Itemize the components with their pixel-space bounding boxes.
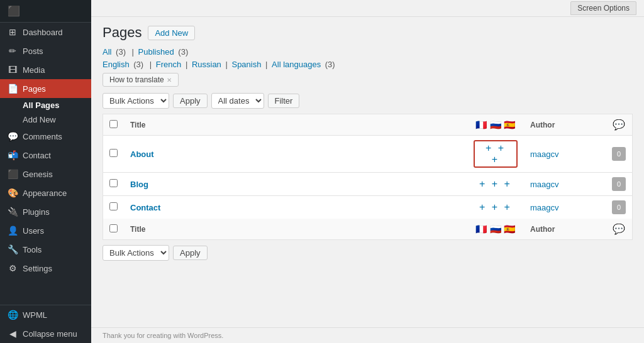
comment-cell-blog: 0 bbox=[606, 173, 633, 196]
author-link-about[interactable]: maagcv bbox=[530, 150, 559, 159]
footer-comment-col: 💬 bbox=[606, 219, 633, 240]
sidebar-item-collapse[interactable]: ◀ Collapse menu bbox=[0, 324, 91, 343]
spanish-flag-footer: 🇪🇸 bbox=[504, 224, 516, 234]
contact-icon: 📬 bbox=[8, 150, 18, 160]
author-link-blog[interactable]: maagcv bbox=[530, 180, 559, 189]
comment-bubble-footer-icon: 💬 bbox=[613, 224, 625, 234]
plus-icons-about[interactable]: + + + bbox=[474, 140, 518, 168]
apply-button-bottom[interactable]: Apply bbox=[173, 246, 208, 260]
comment-cell-contact: 0 bbox=[606, 196, 633, 219]
sidebar-item-label: Media bbox=[23, 65, 45, 75]
checkbox-about[interactable] bbox=[109, 149, 118, 157]
sidebar-item-wpml[interactable]: 🌐 WPML bbox=[0, 305, 91, 324]
sidebar-sub-item-add-new[interactable]: Add New bbox=[0, 112, 91, 127]
page-title-row: Pages Add New bbox=[103, 24, 633, 41]
apply-button-top[interactable]: Apply bbox=[173, 94, 208, 108]
all-filter-link[interactable]: All bbox=[103, 47, 111, 57]
table-body: About+ + +maagcv0Blog+ + +maagcv0Contact… bbox=[103, 136, 633, 219]
flags-cell-about: + + + bbox=[467, 136, 524, 173]
footer-title-col: Title bbox=[124, 219, 467, 240]
footer-text: Thank you for creating with WordPress. bbox=[103, 332, 223, 339]
sidebar-item-contact[interactable]: 📬 Contact bbox=[0, 146, 91, 165]
title-cell-contact: Contact bbox=[124, 196, 467, 219]
french-flag-footer: 🇫🇷 bbox=[475, 224, 487, 234]
sidebar-item-label: Tools bbox=[23, 245, 42, 254]
dates-select[interactable]: All dates bbox=[211, 93, 264, 109]
select-all-checkbox-top[interactable] bbox=[109, 120, 118, 128]
comment-count-blog: 0 bbox=[612, 177, 626, 191]
sidebar-item-settings[interactable]: ⚙ Settings bbox=[0, 259, 91, 278]
table-footer-row: Title 🇫🇷 🇷🇺 🇪🇸 Author 💬 bbox=[103, 219, 633, 240]
main-content: Screen Options Pages Add New All (3) | P… bbox=[91, 0, 644, 343]
author-cell-contact: maagcv bbox=[524, 196, 606, 219]
settings-icon: ⚙ bbox=[8, 263, 18, 273]
sidebar-item-pages[interactable]: 📄 Pages bbox=[0, 79, 91, 98]
plus-icons-blog[interactable]: + + + bbox=[479, 178, 512, 189]
comment-bubble-icon: 💬 bbox=[613, 119, 625, 130]
sidebar-sub-item-all-pages[interactable]: All Pages bbox=[0, 98, 91, 112]
add-new-button[interactable]: Add New bbox=[148, 26, 195, 40]
translate-btn-label: How to translate bbox=[109, 75, 164, 84]
sidebar: ⬛ ⊞ Dashboard ✏ Posts 🎞 Media 📄 Pages Al… bbox=[0, 0, 91, 343]
sidebar-item-comments[interactable]: 💬 Comments bbox=[0, 127, 91, 146]
sidebar-item-dashboard[interactable]: ⊞ Dashboard bbox=[0, 23, 91, 41]
sidebar-item-label: Dashboard bbox=[23, 28, 63, 37]
russian-filter-link[interactable]: Russian bbox=[192, 60, 221, 69]
screen-options-button[interactable]: Screen Options bbox=[570, 1, 636, 15]
header-author-col: Author bbox=[524, 114, 606, 136]
sidebar-item-label: Appearance bbox=[23, 188, 67, 198]
sidebar-sub-label: Add New bbox=[23, 115, 56, 124]
plus-icons-contact[interactable]: + + + bbox=[479, 202, 512, 212]
sidebar-item-plugins[interactable]: 🔌 Plugins bbox=[0, 202, 91, 221]
author-cell-about: maagcv bbox=[524, 136, 606, 173]
sidebar-item-posts[interactable]: ✏ Posts bbox=[0, 41, 91, 60]
table-row: Contact+ + +maagcv0 bbox=[103, 196, 633, 219]
bottom-toolbar: Bulk Actions Apply bbox=[103, 245, 633, 261]
comments-icon: 💬 bbox=[8, 131, 18, 141]
select-all-checkbox-bottom[interactable] bbox=[109, 224, 118, 232]
collapse-icon: ◀ bbox=[8, 329, 18, 339]
filter-button[interactable]: Filter bbox=[268, 94, 300, 108]
page-title-link-blog[interactable]: Blog bbox=[130, 180, 148, 189]
wpml-icon: 🌐 bbox=[8, 310, 18, 320]
sidebar-item-users[interactable]: 👤 Users bbox=[0, 221, 91, 240]
title-col-label: Title bbox=[130, 121, 145, 129]
comment-cell-about: 0 bbox=[606, 136, 633, 173]
comment-count-contact: 0 bbox=[612, 200, 626, 214]
sidebar-item-label: WPML bbox=[23, 310, 47, 320]
flags-cell-contact: + + + bbox=[467, 196, 524, 219]
all-languages-filter-link[interactable]: All languages bbox=[272, 60, 321, 69]
language-filter-links: English (3) | French | Russian | Spanish… bbox=[103, 60, 633, 69]
russian-flag-footer: 🇷🇺 bbox=[490, 224, 502, 234]
how-to-translate-button[interactable]: How to translate ✕ bbox=[103, 73, 179, 87]
page-title: Pages bbox=[103, 24, 142, 41]
published-filter-link[interactable]: Published bbox=[138, 47, 174, 57]
footer-author-label: Author bbox=[530, 225, 555, 234]
author-link-contact[interactable]: maagcv bbox=[530, 203, 559, 212]
english-filter-link[interactable]: English bbox=[103, 60, 130, 69]
plugins-icon: 🔌 bbox=[8, 207, 18, 217]
page-title-link-about[interactable]: About bbox=[130, 150, 154, 159]
sidebar-header: ⬛ bbox=[0, 0, 91, 23]
checkbox-contact[interactable] bbox=[109, 202, 118, 210]
bulk-actions-select-bottom[interactable]: Bulk Actions bbox=[103, 245, 169, 261]
page-title-link-contact[interactable]: Contact bbox=[130, 203, 160, 212]
row-checkbox-blog bbox=[103, 173, 125, 196]
header-checkbox-col bbox=[103, 114, 125, 136]
sidebar-item-genesis[interactable]: ⬛ Genesis bbox=[0, 165, 91, 183]
table-header-row: Title 🇫🇷 🇷🇺 🇪🇸 Author 💬 bbox=[103, 114, 633, 136]
sidebar-item-label: Genesis bbox=[23, 170, 53, 179]
bulk-actions-select-top[interactable]: Bulk Actions bbox=[103, 93, 169, 109]
checkbox-blog[interactable] bbox=[109, 179, 118, 187]
sidebar-item-tools[interactable]: 🔧 Tools bbox=[0, 240, 91, 259]
wp-logo-icon: ⬛ bbox=[8, 5, 20, 17]
footer-title-label: Title bbox=[130, 225, 145, 234]
sidebar-item-label: Comments bbox=[23, 132, 62, 141]
french-filter-link[interactable]: French bbox=[156, 60, 181, 69]
sidebar-item-appearance[interactable]: 🎨 Appearance bbox=[0, 183, 91, 202]
sidebar-item-media[interactable]: 🎞 Media bbox=[0, 60, 91, 79]
sidebar-item-label: Settings bbox=[23, 264, 52, 273]
content-area: Pages Add New All (3) | Published (3) En… bbox=[91, 17, 644, 327]
dashboard-icon: ⊞ bbox=[8, 27, 18, 37]
spanish-filter-link[interactable]: Spanish bbox=[231, 60, 261, 69]
